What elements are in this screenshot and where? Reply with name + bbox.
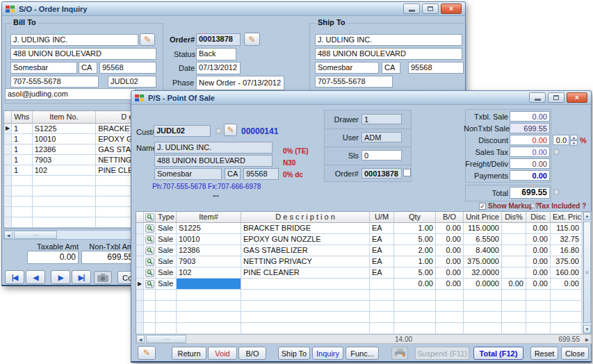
line-item-row[interactable]: Sale 7903 NETTING PRIVACY EA 1.00 0.00 3… [136, 256, 583, 267]
nav-prev-button[interactable]: ◀ [26, 270, 45, 284]
line-item-row[interactable]: Sale S1225 BRACKET BRIDGE EA 1.00 0.00 1… [136, 223, 583, 234]
bill-edit-button[interactable]: ✎ [140, 33, 155, 46]
line-item-row[interactable]: Sale 10010 EPOXY GUN NOZZLE EA 5.00 0.00… [136, 234, 583, 245]
bill-email-field[interactable]: asol@judling.com [5, 88, 136, 100]
minimize-button[interactable] [529, 92, 546, 103]
order-inquiry-titlebar[interactable]: S/O - Order Inquiry × [2, 2, 465, 16]
taxable-amt-field[interactable]: 0.00 [27, 251, 79, 264]
order-number-field[interactable]: 00013878 [196, 33, 241, 46]
nav-last-button[interactable]: ▶| [72, 270, 91, 284]
bill-custid-field[interactable]: JUDL02 [108, 76, 156, 88]
bill-state-field[interactable]: CA [79, 62, 97, 74]
close-button[interactable]: × [441, 3, 462, 14]
camera-button[interactable] [94, 271, 112, 284]
pos-titlebar[interactable]: P/S - Point Of Sale × [131, 91, 591, 105]
row-zoom-icon[interactable] [144, 279, 156, 290]
cust-state-field[interactable]: CA [225, 168, 241, 180]
bill-zip-field[interactable]: 95568 [99, 62, 156, 74]
line-item-row[interactable]: Sale 102 PINE CLEANER EA 5.00 0.00 32.00… [136, 267, 583, 279]
tax-included-radio[interactable] [530, 203, 536, 208]
print-button[interactable] [391, 347, 408, 360]
spin-up-button[interactable]: ▲ [570, 135, 578, 140]
ship-to-button[interactable]: Ship To [278, 347, 310, 360]
total-field[interactable]: 699.55 [510, 187, 550, 199]
scroll-left-button[interactable]: ◀ [136, 335, 145, 343]
pos-table-vscrollbar[interactable]: ▲ ≡ ▼ [583, 211, 592, 334]
suspend-button[interactable]: Suspend (F11) [415, 347, 469, 360]
scroll-up-button[interactable]: ▲ [583, 212, 591, 220]
inquiry-button[interactable]: Inquiry [312, 347, 343, 360]
cust-notes-button[interactable]: ✎ [224, 124, 237, 136]
scroll-thumb[interactable]: ≡ [583, 222, 591, 323]
ship-phone-field[interactable]: 707-555-5678 [315, 76, 393, 88]
active-cell[interactable] [177, 279, 241, 290]
total-button[interactable]: Total (F12) [473, 347, 523, 360]
maximize-button[interactable] [548, 92, 564, 103]
cust-zip-field[interactable]: 95568 [243, 168, 279, 180]
row-zoom-icon[interactable] [144, 267, 156, 279]
row-zoom-icon[interactable] [144, 245, 156, 256]
drawer-field[interactable]: 1 [362, 114, 402, 124]
ship-zip-field[interactable]: 95568 [408, 62, 464, 74]
txbl-sale-field[interactable]: 0.00 [510, 111, 550, 122]
pos-order-field[interactable]: 00013878 [362, 168, 402, 179]
bill-phone-field[interactable]: 707-555-5678 [10, 76, 99, 88]
bill-city-field[interactable]: Somesbar [10, 62, 77, 74]
ship-state-field[interactable]: CA [382, 62, 400, 74]
bo-button[interactable]: B/O [238, 347, 266, 360]
row-zoom-icon[interactable] [144, 223, 156, 234]
total-radio[interactable] [553, 189, 560, 195]
col-header-item: Item# [177, 212, 241, 223]
cust-id-field[interactable]: JUDL02 [154, 125, 211, 137]
maximize-button[interactable] [422, 3, 439, 14]
sales-tax-field[interactable]: 0.00 [510, 147, 550, 157]
spin-down-button[interactable]: ▼ [570, 140, 578, 146]
line-item-row[interactable]: Sale 12386 GAS STABELIZER EA 2.00 0.00 8… [136, 245, 583, 256]
edit-entry-button[interactable]: ✎ [138, 346, 156, 360]
return-button[interactable]: Return [172, 347, 206, 360]
show-markup-checkbox[interactable]: ✓ [479, 203, 486, 210]
close-pos-button[interactable]: Close [561, 347, 589, 360]
order-edit-button[interactable]: ✎ [244, 33, 260, 46]
ship-city-field[interactable]: Somesbar [315, 62, 379, 74]
scroll-left-button[interactable]: ◀ [4, 231, 13, 239]
phase-field[interactable]: New Order - 07/13/2012 [196, 76, 284, 90]
payments-field[interactable]: 0.00 [510, 170, 550, 181]
close-button[interactable]: × [567, 92, 587, 103]
nav-next-button[interactable]: ▶ [51, 270, 70, 284]
maximize-icon [428, 6, 433, 11]
cust-city-field[interactable]: Somesbar [154, 168, 222, 180]
ship-address-field[interactable]: 488 UNION BOULEVARD [315, 48, 462, 60]
cust-radio[interactable] [216, 128, 222, 134]
prev-record-icon: ◀ [33, 274, 38, 281]
close-icon: × [575, 94, 579, 101]
row-zoom-icon[interactable] [144, 256, 156, 267]
user-field[interactable]: ADM [362, 132, 402, 142]
order-checkbox[interactable] [403, 169, 411, 176]
ship-name-field[interactable]: J. UDLING INC. [315, 34, 462, 46]
nontxbl-sale-field[interactable]: 699.55 [510, 123, 550, 133]
cust-name-field[interactable]: J. UDLING INC. [154, 142, 273, 154]
discount-field[interactable]: 0.00 [510, 135, 550, 145]
freight-field[interactable]: 0.00 [510, 158, 550, 169]
current-entry-row[interactable]: ▶ Sale 0.00 0.00 0.0000 0.00 0.00 0.00 [136, 279, 583, 290]
minimize-button[interactable] [403, 3, 420, 14]
void-button[interactable]: Void [208, 347, 237, 360]
cust-address-field[interactable]: 488 UNION BOULEVARD [154, 155, 273, 167]
date-field[interactable]: 07/13/2012 [196, 62, 241, 74]
sales-tax-radio[interactable] [553, 149, 560, 155]
scroll-down-button[interactable]: ▼ [583, 325, 591, 333]
bill-name-field[interactable]: J. UDLING INC. [10, 34, 138, 46]
nontxbl-amt-field[interactable]: 699.55 [81, 251, 136, 264]
scroll-thumb[interactable]: ⋯ [146, 335, 186, 343]
discount-pct-field[interactable]: 0.0 [553, 135, 569, 145]
reset-button[interactable]: Reset [530, 347, 558, 360]
nav-first-button[interactable]: |◀ [5, 270, 24, 284]
sls-field[interactable]: 0 [362, 150, 402, 160]
scroll-thumb[interactable]: ⋯ [14, 231, 57, 239]
row-zoom-icon[interactable] [144, 234, 156, 245]
status-field[interactable]: Back [196, 48, 236, 60]
bill-address-field[interactable]: 488 UNION BOULEVARD [10, 48, 156, 60]
nontxbl-sale-label: NonTxbl Sale [464, 124, 508, 133]
func-button[interactable]: Func... [346, 347, 379, 360]
